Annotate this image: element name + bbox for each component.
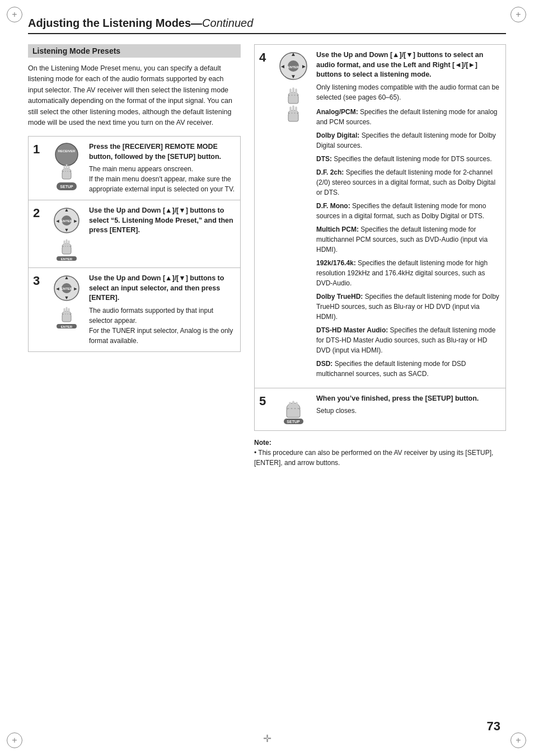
svg-rect-17 <box>62 246 71 254</box>
receiver-icon: RECEIVER SETUP <box>52 142 81 192</box>
right-column: 4 ENTER ▲ ▼ ◄ ► <box>254 44 506 468</box>
step-1-title: Press the [RECEIVER] REMOTE MODE button,… <box>89 142 236 162</box>
bottom-center-mark: ✛ <box>263 732 271 745</box>
svg-text:RECEIVER: RECEIVER <box>58 149 76 153</box>
page-number: 73 <box>487 719 500 734</box>
svg-rect-31 <box>62 314 71 322</box>
svg-text:►: ► <box>301 63 307 69</box>
setup-icon: SETUP <box>278 394 309 425</box>
svg-text:◄: ◄ <box>280 63 285 69</box>
svg-text:◄: ◄ <box>55 218 60 224</box>
page-title: Adjusting the Listening Modes—Continued <box>28 17 253 29</box>
step-2-content: Use the Up and Down [▲]/[▼] buttons to s… <box>89 206 236 238</box>
corner-mark-tl <box>7 7 24 24</box>
step-4-title: Use the Up and Down [▲]/[▼] buttons to s… <box>316 50 501 80</box>
svg-text:▼: ▼ <box>291 73 296 79</box>
format-analog-pcm: Analog/PCM: Specifies the default listen… <box>316 107 501 127</box>
corner-circle-tr <box>510 7 526 22</box>
two-col-layout: Listening Mode Presets On the Listening … <box>28 44 506 468</box>
step-2-row: 2 ENTER ▲ ▼ ◄ ► <box>29 200 240 268</box>
svg-text:►: ► <box>73 286 78 292</box>
step-2-title: Use the Up and Down [▲]/[▼] buttons to s… <box>89 206 236 236</box>
svg-text:ENTER: ENTER <box>288 65 299 69</box>
format-dsd: DSD: Specifies the default listening mod… <box>316 359 501 379</box>
step-4-compat-note: Only listening modes compatible with the… <box>316 82 501 102</box>
page-header: Adjusting the Listening Modes—Continued <box>28 17 506 34</box>
nav-pad-2-icon: ENTER ▲ ▼ ◄ ► <box>52 206 81 262</box>
right-steps-box: 4 ENTER ▲ ▼ ◄ ► <box>254 44 506 431</box>
format-multich-pcm: Multich PCM: Specifies the default liste… <box>316 224 501 255</box>
svg-rect-55 <box>287 408 300 417</box>
step-4-row: 4 ENTER ▲ ▼ ◄ ► <box>255 45 505 388</box>
step-4-images: ENTER ▲ ▼ ◄ ► <box>276 50 311 123</box>
format-df-2ch: D.F. 2ch: Specifies the default listenin… <box>316 167 501 198</box>
step-3-number: 3 <box>33 275 44 287</box>
svg-text:SETUP: SETUP <box>60 185 73 189</box>
corner-circle-bl <box>7 732 22 748</box>
format-dts: DTS: Specifies the default listening mod… <box>316 154 501 164</box>
corner-mark-br <box>510 732 527 749</box>
svg-text:ENTER: ENTER <box>61 325 73 328</box>
svg-text:▼: ▼ <box>64 295 69 300</box>
corner-circle-br <box>510 732 526 748</box>
step-1-number: 1 <box>33 143 44 156</box>
step-3-body: The audio formats supported by that inpu… <box>89 306 236 346</box>
step-3-images: ENTER ▲ ▼ ◄ ► <box>50 274 83 330</box>
note-label: Note: <box>254 439 271 447</box>
svg-text:▲: ▲ <box>64 207 69 213</box>
format-df-mono: D.F. Mono: Specifies the default listeni… <box>316 201 501 221</box>
nav-pad-3-icon: ENTER ▲ ▼ ◄ ► <box>52 274 81 330</box>
step-1-content: Press the [RECEIVER] REMOTE MODE button,… <box>89 142 236 194</box>
step-1-row: 1 RECEIVER <box>29 137 240 200</box>
section-title: Listening Mode Presets <box>28 44 241 58</box>
corner-mark-bl <box>7 732 24 749</box>
step-1-body: The main menu appears onscreen.If the ma… <box>89 164 236 194</box>
step-5-title: When you’ve finished, press the [SETUP] … <box>316 394 501 404</box>
step-5-number: 5 <box>259 395 270 407</box>
svg-rect-3 <box>62 171 71 179</box>
svg-rect-50 <box>288 113 298 121</box>
step-2-number: 2 <box>33 207 44 219</box>
corner-circle-tl <box>7 7 22 22</box>
format-192k: 192k/176.4k: Specifies the default liste… <box>316 258 501 288</box>
step-4-number: 4 <box>259 51 270 64</box>
step-1-images: RECEIVER SETUP <box>50 142 83 192</box>
svg-text:◄: ◄ <box>55 286 60 292</box>
svg-text:ENTER: ENTER <box>61 257 73 261</box>
svg-text:▲: ▲ <box>291 51 296 57</box>
svg-point-0 <box>55 143 78 166</box>
step-4-content: Use the Up and Down [▲]/[▼] buttons to s… <box>316 50 501 382</box>
page: Adjusting the Listening Modes—Continued … <box>0 0 534 756</box>
step-3-row: 3 ENTER ▲ ▼ ◄ ► <box>29 268 240 351</box>
corner-mark-tr <box>510 7 527 24</box>
step-5-content: When you’ve finished, press the [SETUP] … <box>316 394 501 416</box>
svg-text:▲: ▲ <box>64 275 69 280</box>
svg-text:▼: ▼ <box>64 227 69 233</box>
step-5-images: SETUP <box>276 394 311 425</box>
left-steps-box: 1 RECEIVER <box>28 136 241 352</box>
step-5-body: Setup closes. <box>316 406 501 416</box>
format-dts-hd: DTS-HD Master Audio: Specifies the defau… <box>316 325 501 355</box>
step-3-title: Use the Up and Down [▲]/[▼] buttons to s… <box>89 274 236 303</box>
section-intro: On the Listening Mode Preset menu, you c… <box>28 63 241 128</box>
nav-pad-4-icon: ENTER ▲ ▼ ◄ ► <box>277 50 310 123</box>
svg-text:►: ► <box>73 218 78 224</box>
note-section: Note: • This procedure can also be perfo… <box>254 438 506 468</box>
step-3-content: Use the Up and Down [▲]/[▼] buttons to s… <box>89 274 236 346</box>
step-5-row: 5 SETUP Wh <box>255 388 505 430</box>
note-item-1: • This procedure can also be performed o… <box>254 449 493 467</box>
svg-text:SETUP: SETUP <box>287 420 300 424</box>
svg-text:ENTER: ENTER <box>61 287 73 290</box>
svg-text:ENTER: ENTER <box>61 219 73 223</box>
format-dolby-truehd: Dolby TrueHD: Specifies the default list… <box>316 292 501 322</box>
format-dolby-digital: Dolby Digital: Specifies the default lis… <box>316 130 501 151</box>
step-2-images: ENTER ▲ ▼ ◄ ► <box>50 206 83 262</box>
left-column: Listening Mode Presets On the Listening … <box>28 44 241 352</box>
svg-rect-45 <box>288 95 298 104</box>
